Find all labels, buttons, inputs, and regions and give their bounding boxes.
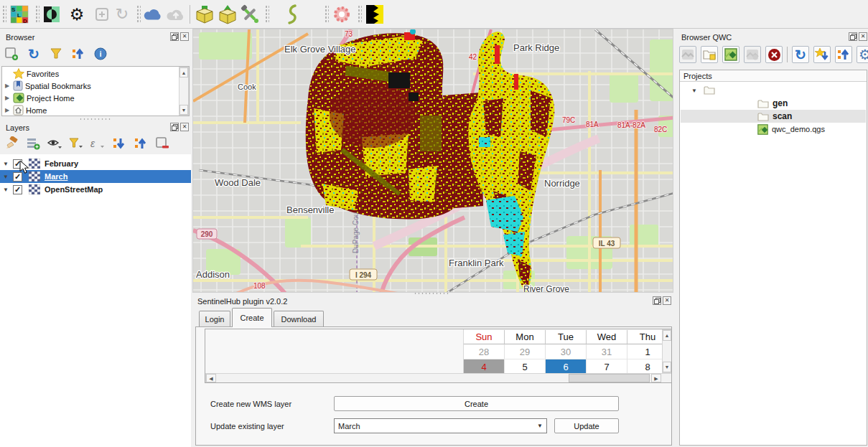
remove-layer-icon[interactable] xyxy=(154,135,171,152)
add-group-icon[interactable] xyxy=(24,135,42,152)
toolbar-drag-handle[interactable] xyxy=(2,5,6,24)
toolbar-drag-handle[interactable] xyxy=(358,5,362,24)
toolbar-drag-handle[interactable] xyxy=(35,5,39,24)
add-selected-layers-icon[interactable] xyxy=(3,45,20,62)
sentinelhub-icon[interactable] xyxy=(282,4,302,24)
browser-item-favorites[interactable]: Favorites xyxy=(4,67,179,80)
layers-close-button[interactable]: ✕ xyxy=(180,123,189,131)
qwc-item-gen[interactable]: gen xyxy=(681,97,866,110)
map-town-label: Park Ridge xyxy=(513,42,559,53)
calendar-day-cell[interactable]: 1 xyxy=(627,344,662,359)
plugin-tools-icon[interactable] xyxy=(240,4,260,24)
expander-down-icon[interactable]: ▼ xyxy=(3,161,9,167)
new-folder-icon[interactable] xyxy=(701,46,718,63)
hscroll-thumb[interactable] xyxy=(569,374,650,382)
browser-item-spatial-bookmarks[interactable]: ▶Spatial Bookmarks xyxy=(4,80,179,92)
open-project-icon[interactable] xyxy=(722,46,739,63)
tab-label: Login xyxy=(205,315,225,324)
scroll-up-icon[interactable]: ▲ xyxy=(663,330,671,341)
expand-all-icon[interactable] xyxy=(111,135,128,152)
settings-gear-icon[interactable]: ⚙ xyxy=(67,4,87,24)
filter-expression-icon[interactable]: ε xyxy=(89,135,106,152)
filter-legend-icon[interactable] xyxy=(67,135,85,152)
calendar-day-cell[interactable]: 7 xyxy=(587,359,627,373)
layer-row-openstreetmap[interactable]: ▼✓OpenStreetMap xyxy=(0,183,191,196)
style-manager-icon[interactable]: SLD xyxy=(9,4,29,24)
folder-icon xyxy=(757,99,769,108)
style-brush-icon[interactable] xyxy=(3,135,20,152)
layer-compare-icon[interactable] xyxy=(42,4,62,24)
project-home-icon xyxy=(13,93,24,103)
calendar-day-cell[interactable]: 4 xyxy=(464,359,505,373)
expander-down-icon[interactable]: ▼ xyxy=(691,88,698,94)
calendar-day-cell[interactable]: 6 xyxy=(546,359,587,373)
sentinelhub-close-button[interactable]: ✕ xyxy=(663,296,671,305)
plugin-install-icon[interactable] xyxy=(195,4,215,24)
browser-item-home[interactable]: ▶Home xyxy=(4,104,179,116)
browser-float-button[interactable] xyxy=(170,32,179,41)
raster-donut-icon[interactable] xyxy=(332,4,352,24)
calendar-day-cell[interactable]: 5 xyxy=(505,359,546,373)
browser-tree-scrollbar[interactable]: ▲ ▼ xyxy=(179,67,189,116)
qwc-icon[interactable] xyxy=(365,4,385,24)
calendar-day-cell[interactable]: 29 xyxy=(505,344,546,359)
collapse-tree-icon[interactable] xyxy=(835,46,852,63)
browser-item-project-home[interactable]: ▶Project Home xyxy=(4,92,179,104)
map-canvas[interactable]: Elk Grove VillagePark RidgeCookWood Dale… xyxy=(192,29,673,293)
collapse-tree-icon[interactable] xyxy=(70,45,87,62)
collapse-all-icon[interactable] xyxy=(132,135,149,152)
map-town-label: Bensenville xyxy=(286,204,335,215)
tab-create[interactable]: Create xyxy=(232,308,272,327)
toolbar-drag-handle[interactable] xyxy=(136,5,141,24)
calendar-day-cell[interactable]: 31 xyxy=(587,344,627,359)
calendar-day-cell[interactable]: 30 xyxy=(546,344,587,359)
scroll-right-icon[interactable]: ▶ xyxy=(651,374,661,382)
scroll-left-icon[interactable]: ◀ xyxy=(206,374,216,382)
home-icon xyxy=(13,105,24,116)
update-button[interactable]: Update xyxy=(554,418,619,433)
scroll-down-icon[interactable]: ▼ xyxy=(179,105,188,115)
refresh-icon[interactable]: ↻ xyxy=(792,46,809,63)
manage-visibility-icon[interactable] xyxy=(46,135,63,152)
calendar-day-cell[interactable]: 28 xyxy=(464,344,505,359)
qwc-item-qwc_demo-qgs[interactable]: qwc_demo.qgs xyxy=(681,123,866,136)
calendar-widget[interactable]: SunMonTueWedThu28293031145678 ▲ ▼ ◀ ▶ xyxy=(205,329,672,383)
expander-right-icon[interactable]: ▶ xyxy=(4,107,11,113)
layer-checkbox[interactable]: ✓ xyxy=(13,185,22,194)
toolbar-drag-handle[interactable] xyxy=(265,5,269,24)
browser-panel: Browser ✕ ↻i Favorites▶Spatial Bookmarks… xyxy=(0,29,191,120)
delete-icon[interactable] xyxy=(765,46,783,63)
expand-new-icon[interactable] xyxy=(813,46,831,63)
expander-right-icon[interactable]: ▶ xyxy=(4,83,11,89)
refresh-icon[interactable]: ↻ xyxy=(25,45,42,62)
plugin-upload-icon[interactable] xyxy=(218,4,238,24)
expander-down-icon[interactable]: ▼ xyxy=(3,174,9,180)
qwc-close-button[interactable]: ✕ xyxy=(859,32,867,41)
properties-info-icon[interactable]: i xyxy=(92,45,109,62)
filter-browser-icon[interactable] xyxy=(47,45,65,62)
calendar-header-thu: Thu xyxy=(627,330,662,344)
calendar-vscrollbar[interactable]: ▲ ▼ xyxy=(662,329,672,373)
calendar-day-cell[interactable]: 8 xyxy=(627,359,662,373)
star-icon xyxy=(13,68,24,79)
update-layer-label: Update existing layer xyxy=(210,422,284,430)
layer-select[interactable]: March ▼ xyxy=(334,418,547,433)
browser-close-button[interactable]: ✕ xyxy=(180,32,189,41)
sentinelhub-float-button[interactable] xyxy=(653,296,661,305)
qwc-root-row[interactable]: ▼ xyxy=(681,84,866,97)
calendar-hscrollbar[interactable]: ◀ ▶ xyxy=(205,373,672,383)
tab-download[interactable]: Download xyxy=(274,311,324,327)
cloud-icon[interactable] xyxy=(143,4,163,24)
expander-right-icon[interactable]: ▶ xyxy=(4,95,11,101)
settings-icon[interactable]: ⚙ xyxy=(857,46,868,63)
qwc-item-scan[interactable]: scan xyxy=(681,110,866,123)
tab-login[interactable]: Login xyxy=(199,311,230,327)
toolbar-drag-handle[interactable] xyxy=(325,5,329,24)
expander-down-icon[interactable]: ▼ xyxy=(3,187,9,193)
mouse-cursor xyxy=(19,160,29,174)
qwc-float-button[interactable] xyxy=(849,32,857,41)
layers-float-button[interactable] xyxy=(170,123,179,131)
create-button[interactable]: Create xyxy=(334,396,619,411)
scroll-down-icon[interactable]: ▼ xyxy=(663,362,671,372)
scroll-up-icon[interactable]: ▲ xyxy=(179,67,188,77)
